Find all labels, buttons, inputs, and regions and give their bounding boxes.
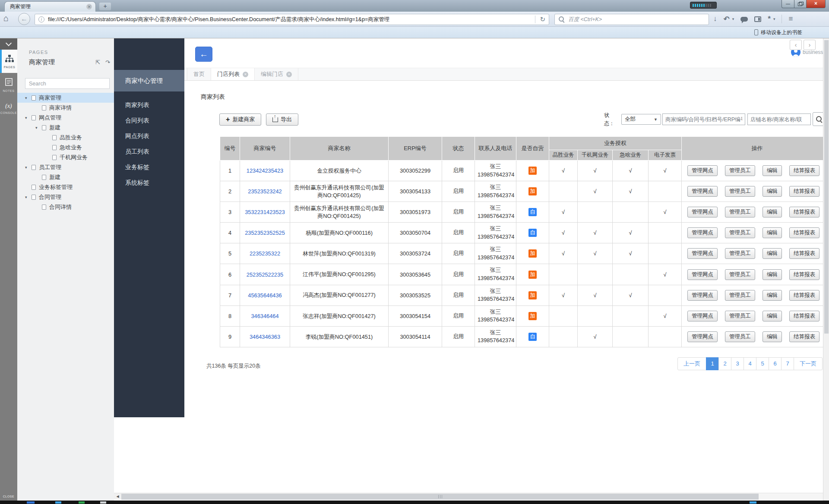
- close-tab-icon[interactable]: ×: [286, 72, 292, 77]
- page-number-button[interactable]: 5: [756, 357, 769, 370]
- sync-page-icon[interactable]: ↷: [105, 59, 110, 66]
- tree-item[interactable]: 商家详情: [17, 103, 114, 113]
- page-number-button[interactable]: 2: [718, 357, 731, 370]
- vertical-scrollbar-thumb[interactable]: [824, 40, 829, 334]
- action-button-管理网点[interactable]: 管理网点: [687, 227, 718, 238]
- tree-expand-arrow-icon[interactable]: ▾: [35, 126, 41, 130]
- action-button-管理网点[interactable]: 管理网点: [687, 311, 718, 321]
- tree-item[interactable]: ▾合同管理: [17, 192, 114, 202]
- action-button-管理员工[interactable]: 管理员工: [725, 186, 755, 197]
- close-panel-button[interactable]: CLOSE: [0, 495, 17, 498]
- page-number-button[interactable]: 4: [744, 357, 756, 370]
- rail-item-console[interactable]: (x) CONSOLE: [0, 97, 17, 119]
- tree-expand-arrow-icon[interactable]: ▾: [25, 165, 30, 170]
- side-menu-item[interactable]: 系统标签: [114, 175, 184, 190]
- tree-item[interactable]: ▾网点管理: [17, 113, 114, 123]
- tab-groups-icon[interactable]: [754, 16, 761, 22]
- merchant-code-link[interactable]: 3532231423523: [245, 209, 285, 215]
- action-button-编辑[interactable]: 编辑: [763, 248, 782, 259]
- side-menu-item[interactable]: 网点列表: [114, 128, 184, 144]
- browser-search-bar[interactable]: 百度 <Ctrl+K>: [554, 14, 709, 25]
- merchant-code-link[interactable]: 3464346363: [250, 334, 280, 340]
- tab-scroll-right-button[interactable]: ›: [804, 40, 816, 50]
- new-tab-button[interactable]: +: [99, 3, 111, 10]
- action-button-编辑[interactable]: 编辑: [763, 311, 782, 321]
- mobile-bookmarks-link[interactable]: 移动设备上的书签: [761, 29, 802, 36]
- taskbar-icon[interactable]: [100, 501, 106, 504]
- collapse-panel-button[interactable]: [0, 38, 17, 50]
- action-button-结算报表[interactable]: 结算报表: [789, 227, 820, 238]
- taskbar-icon[interactable]: [750, 501, 756, 504]
- site-info-icon[interactable]: i: [38, 16, 44, 22]
- vertical-scrollbar[interactable]: [823, 38, 829, 501]
- messenger-icon[interactable]: [740, 17, 748, 22]
- action-button-管理网点[interactable]: 管理网点: [687, 331, 718, 342]
- side-menu-item[interactable]: 合同列表: [114, 113, 184, 128]
- tree-expand-arrow-icon[interactable]: ▾: [25, 96, 30, 100]
- plugin-dropdown-icon[interactable]: ▾: [773, 17, 775, 21]
- taskbar-icon[interactable]: [55, 501, 61, 504]
- tree-item[interactable]: 急啥业务: [17, 142, 114, 152]
- horizontal-scrollbar[interactable]: ◀: [114, 493, 823, 500]
- taskbar-icon[interactable]: [79, 501, 85, 504]
- action-button-结算报表[interactable]: 结算报表: [789, 290, 820, 301]
- action-button-结算报表[interactable]: 结算报表: [789, 311, 820, 321]
- back-button[interactable]: ←: [195, 47, 212, 62]
- tab-close-icon[interactable]: ×: [86, 4, 92, 9]
- history-dropdown-icon[interactable]: ▾: [732, 17, 734, 21]
- keyword-filter-input[interactable]: [662, 113, 745, 125]
- name-filter-input[interactable]: [747, 113, 811, 125]
- merchant-code-link[interactable]: 123424235423: [247, 167, 283, 174]
- action-button-管理员工[interactable]: 管理员工: [725, 269, 755, 280]
- tree-item[interactable]: 新建: [17, 172, 114, 182]
- export-button[interactable]: 导出: [266, 113, 298, 126]
- home-icon[interactable]: ⌂: [3, 13, 9, 23]
- action-button-编辑[interactable]: 编辑: [763, 186, 782, 197]
- downloads-icon[interactable]: ↓: [713, 15, 717, 23]
- side-menu-item[interactable]: 员工列表: [114, 144, 184, 159]
- tab-scroll-left-button[interactable]: ‹: [790, 40, 802, 50]
- action-button-结算报表[interactable]: 结算报表: [789, 207, 820, 217]
- action-button-管理网点[interactable]: 管理网点: [687, 186, 718, 197]
- tree-item[interactable]: ▾商家管理: [17, 93, 114, 103]
- action-button-编辑[interactable]: 编辑: [763, 207, 782, 217]
- page-number-button[interactable]: 7: [781, 357, 794, 370]
- restore-button[interactable]: [794, 0, 807, 8]
- action-button-编辑[interactable]: 编辑: [763, 331, 782, 342]
- action-button-管理员工[interactable]: 管理员工: [725, 227, 755, 238]
- export-page-icon[interactable]: ⇱: [95, 59, 100, 66]
- merchant-code-link[interactable]: 346346464: [251, 313, 278, 319]
- action-button-结算报表[interactable]: 结算报表: [789, 248, 820, 259]
- tree-expand-arrow-icon[interactable]: ▾: [25, 195, 30, 199]
- action-button-编辑[interactable]: 编辑: [763, 227, 782, 238]
- tree-expand-arrow-icon[interactable]: ▾: [25, 116, 30, 120]
- action-button-管理网点[interactable]: 管理网点: [687, 165, 718, 176]
- action-button-结算报表[interactable]: 结算报表: [789, 269, 820, 280]
- new-merchant-button[interactable]: + 新建商家: [219, 113, 261, 126]
- action-button-管理员工[interactable]: 管理员工: [725, 165, 755, 176]
- status-select[interactable]: 全部 ▼: [621, 114, 661, 125]
- page-number-button[interactable]: 3: [731, 357, 744, 370]
- side-menu-item[interactable]: 业务标签: [114, 159, 184, 175]
- action-button-管理网点[interactable]: 管理网点: [687, 248, 718, 259]
- content-tab[interactable]: 门店列表×: [211, 68, 255, 80]
- filter-search-button[interactable]: [813, 112, 823, 126]
- action-button-结算报表[interactable]: 结算报表: [789, 331, 820, 342]
- close-tab-icon[interactable]: ×: [243, 72, 248, 77]
- merchant-code-link[interactable]: 2352352352525: [245, 230, 285, 236]
- reload-icon[interactable]: ↻: [540, 16, 545, 23]
- side-menu-item[interactable]: 商家列表: [114, 97, 184, 113]
- tree-item[interactable]: ▾员工管理: [17, 162, 114, 172]
- content-tab[interactable]: 编辑门店×: [255, 68, 298, 80]
- close-window-button[interactable]: ×: [807, 0, 826, 8]
- page-number-button[interactable]: 6: [769, 357, 782, 370]
- action-button-管理员工[interactable]: 管理员工: [725, 311, 755, 321]
- tree-item[interactable]: 合同详情: [17, 202, 114, 212]
- url-bar[interactable]: i file:///C:/Users/Administrator/Desktop…: [35, 14, 549, 25]
- merchant-code-link[interactable]: 23523523242: [248, 188, 282, 195]
- action-button-结算报表[interactable]: 结算报表: [789, 186, 820, 197]
- page-number-button[interactable]: 1: [706, 357, 719, 370]
- tree-item[interactable]: 业务标签管理: [17, 182, 114, 192]
- rail-item-pages[interactable]: PAGES: [0, 50, 17, 73]
- browser-back-button[interactable]: ←: [18, 13, 30, 25]
